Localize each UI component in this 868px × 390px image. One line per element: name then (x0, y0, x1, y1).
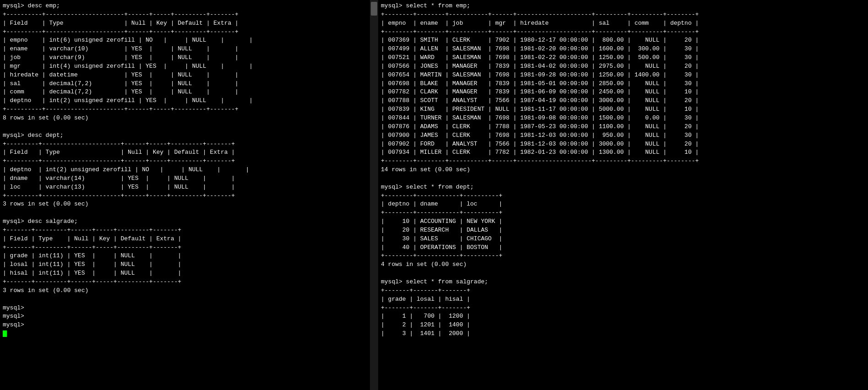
right-terminal-content: mysql> select * from emp; +--------+----… (381, 2, 865, 338)
left-terminal[interactable]: mysql> desc emp; +----------+-----------… (0, 0, 370, 390)
scrollbar-thumb[interactable] (371, 2, 377, 16)
left-terminal-content: mysql> desc emp; +----------+-----------… (3, 2, 367, 330)
scrollbar[interactable] (370, 0, 378, 390)
cursor (3, 330, 7, 337)
right-terminal[interactable]: mysql> select * from emp; +--------+----… (378, 0, 868, 390)
